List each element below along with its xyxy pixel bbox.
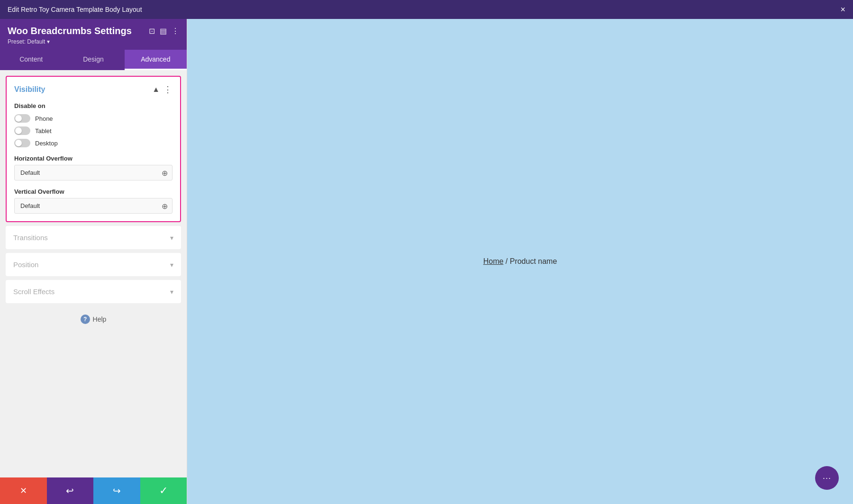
visibility-section-header: Visibility ▲ ⋮ (14, 84, 172, 95)
responsive-icon[interactable]: ⊡ (149, 27, 155, 36)
undo-icon: ↩ (66, 485, 74, 496)
toggle-phone[interactable] (14, 114, 30, 123)
bottom-toolbar: ✕ ↩ ↪ ✓ (0, 477, 187, 504)
phone-label: Phone (35, 115, 53, 122)
breadcrumb-current: Product name (510, 257, 557, 265)
horizontal-overflow-label: Horizontal Overflow (14, 155, 172, 162)
breadcrumb-display: Home / Product name (483, 257, 557, 266)
preset-label[interactable]: Preset: Default ▾ (8, 38, 179, 45)
toggle-tablet-row: Tablet (14, 126, 172, 135)
tab-advanced[interactable]: Advanced (125, 50, 187, 70)
position-title: Position (13, 261, 38, 269)
redo-icon: ↪ (113, 485, 121, 496)
toggle-tablet[interactable] (14, 126, 30, 135)
cancel-icon: ✕ (20, 486, 27, 496)
scroll-effects-section[interactable]: Scroll Effects ▾ (6, 280, 181, 303)
visibility-title: Visibility (14, 85, 45, 94)
collapse-visibility-button[interactable]: ▲ (152, 85, 160, 94)
sidebar: Woo Breadcrumbs Settings ⊡ ▤ ⋮ Preset: D… (0, 19, 187, 504)
tab-design[interactable]: Design (62, 50, 124, 70)
desktop-label: Desktop (35, 140, 58, 147)
main-layout: Woo Breadcrumbs Settings ⊡ ▤ ⋮ Preset: D… (0, 19, 853, 504)
settings-icon[interactable]: ▤ (160, 27, 167, 36)
visibility-section: Visibility ▲ ⋮ Disable on Phone Tablet (6, 76, 181, 222)
breadcrumb-separator: / (506, 257, 510, 265)
sidebar-content: Visibility ▲ ⋮ Disable on Phone Tablet (0, 70, 187, 477)
save-button[interactable]: ✓ (140, 477, 187, 504)
title-bar: Edit Retro Toy Camera Template Body Layo… (0, 0, 853, 19)
help-label: Help (93, 315, 107, 323)
transitions-chevron-icon: ▾ (170, 234, 173, 242)
toggle-phone-row: Phone (14, 114, 172, 123)
redo-button[interactable]: ↪ (93, 477, 140, 504)
more-options-icon[interactable]: ⋮ (172, 27, 179, 36)
transitions-section[interactable]: Transitions ▾ (6, 226, 181, 249)
visibility-controls: ▲ ⋮ (152, 84, 172, 95)
position-section[interactable]: Position ▾ (6, 253, 181, 276)
sidebar-title: Woo Breadcrumbs Settings (8, 26, 132, 36)
position-chevron-icon: ▾ (170, 261, 173, 269)
tabs-bar: Content Design Advanced (0, 50, 187, 70)
vertical-overflow-select-wrapper: Default Hidden Scroll Auto ⊕ (14, 198, 172, 214)
disable-on-label: Disable on (14, 102, 172, 109)
fab-icon: ··· (823, 473, 831, 483)
horizontal-overflow-select-wrapper: Default Hidden Scroll Auto ⊕ (14, 165, 172, 180)
save-icon: ✓ (159, 485, 168, 497)
vertical-overflow-select[interactable]: Default Hidden Scroll Auto (14, 198, 172, 214)
vertical-overflow-group: Vertical Overflow Default Hidden Scroll … (14, 188, 172, 214)
fab-button[interactable]: ··· (815, 466, 839, 490)
scroll-effects-chevron-icon: ▾ (170, 288, 173, 296)
tablet-label: Tablet (35, 127, 52, 135)
horizontal-overflow-select[interactable]: Default Hidden Scroll Auto (14, 165, 172, 180)
sidebar-header: Woo Breadcrumbs Settings ⊡ ▤ ⋮ Preset: D… (0, 19, 187, 50)
cancel-button[interactable]: ✕ (0, 477, 47, 504)
help-icon: ? (81, 315, 90, 324)
horizontal-overflow-group: Horizontal Overflow Default Hidden Scrol… (14, 155, 172, 180)
canvas: Home / Product name ··· (187, 19, 853, 504)
breadcrumb-home: Home (483, 257, 504, 265)
sidebar-header-top: Woo Breadcrumbs Settings ⊡ ▤ ⋮ (8, 26, 179, 36)
tab-content[interactable]: Content (0, 50, 62, 70)
toggle-desktop[interactable] (14, 139, 30, 147)
title-bar-text: Edit Retro Toy Camera Template Body Layo… (8, 6, 142, 13)
scroll-effects-title: Scroll Effects (13, 288, 54, 296)
toggle-desktop-row: Desktop (14, 139, 172, 147)
close-button[interactable]: × (840, 5, 845, 14)
vertical-overflow-label: Vertical Overflow (14, 188, 172, 195)
help-row[interactable]: ? Help (6, 307, 181, 332)
sidebar-header-icons: ⊡ ▤ ⋮ (149, 27, 179, 36)
visibility-more-button[interactable]: ⋮ (163, 84, 172, 95)
transitions-title: Transitions (13, 234, 48, 242)
undo-button[interactable]: ↩ (47, 477, 94, 504)
